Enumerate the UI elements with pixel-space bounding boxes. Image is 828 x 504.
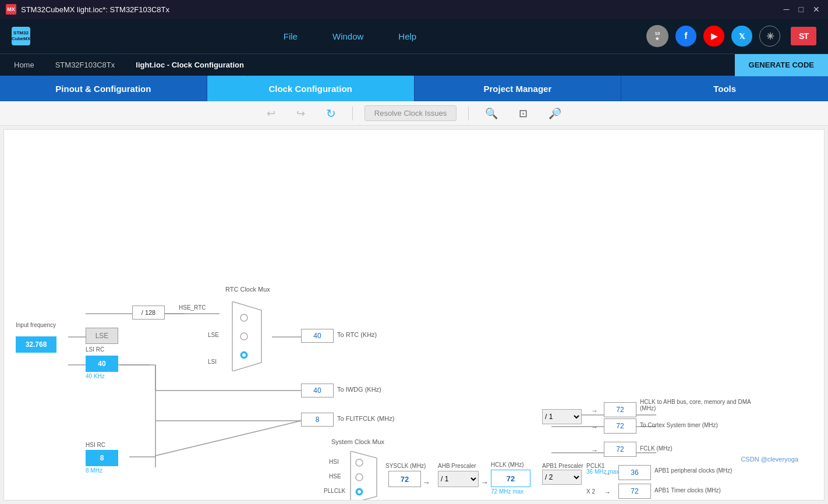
input-freq-label-1: Input frequency 32.768 0-1000 KHz — [16, 322, 56, 352]
undo-button[interactable]: ↩ — [262, 105, 280, 122]
hclk-ahb-label: HCLK to AHB bus, core, memory and DMA (M… — [640, 399, 768, 411]
tab-pinout[interactable]: Pinout & Configuration — [0, 76, 207, 101]
sysclk-val[interactable]: 72 — [388, 471, 421, 487]
sys-mux-shape — [348, 451, 380, 501]
sys-clock-mux-label: System Clock Mux — [331, 438, 384, 445]
diagram-svg — [4, 130, 808, 467]
lse-box[interactable]: LSE — [86, 328, 118, 344]
fclk-label: FCLK (MHz) — [640, 445, 673, 452]
youtube-icon[interactable]: ▶ — [703, 26, 724, 47]
hclk-label: HCLK (MHz) — [491, 462, 524, 468]
apb1-timer-val[interactable]: 72 — [618, 484, 651, 499]
menu-help[interactable]: Help — [398, 31, 416, 41]
arrow-sysclk: → — [422, 478, 430, 487]
arrow-fclk: → — [591, 446, 598, 455]
tab-project[interactable]: Project Manager — [415, 76, 622, 101]
svg-point-39 — [242, 353, 246, 357]
arrow-apb1-timer: → — [604, 488, 611, 496]
input-freq-value-1[interactable]: 32.768 — [16, 336, 56, 353]
svg-marker-40 — [351, 451, 377, 501]
social-icons: 10★ f ▶ 𝕏 ✳ ST — [646, 25, 816, 47]
minimize-button[interactable]: ─ — [781, 5, 792, 14]
hse-sys-mux-label: HSE — [329, 473, 341, 480]
refresh-button[interactable]: ↻ — [321, 104, 341, 123]
div1-select[interactable]: / 1 — [542, 409, 582, 424]
cortex-timer-val[interactable]: 72 — [604, 418, 636, 434]
lse-mux-label: LSE — [208, 332, 219, 338]
hclk-ahb-val[interactable]: 72 — [604, 402, 636, 417]
iwdg-val[interactable]: 40 — [301, 384, 334, 397]
toolbar-separator — [352, 107, 353, 120]
cortex-timer-label: To Cortex System timer (MHz) — [640, 422, 718, 428]
arrow-apb1-peri: → — [604, 470, 611, 478]
tab-tools[interactable]: Tools — [621, 76, 828, 101]
menubar: STM32 CubeMX File Window Help 10★ f ▶ 𝕏 … — [0, 19, 828, 54]
pllclk-sys-mux-label: PLLCLK — [324, 488, 345, 494]
arrow-cortex: → — [591, 423, 598, 431]
ahb-prescaler-label: AHB Prescaler — [438, 463, 476, 469]
hsi-mhz: 8 MHz — [86, 467, 102, 474]
sysclk-label: SYSCLK (MHz) — [385, 463, 426, 469]
svg-point-44 — [358, 490, 361, 494]
twitter-icon[interactable]: 𝕏 — [731, 26, 752, 47]
rtc-to-label: To RTC (KHz) — [337, 331, 377, 338]
zoom-in-button[interactable]: 🔍 — [480, 105, 503, 122]
window-controls[interactable]: ─ □ ✕ — [781, 5, 822, 14]
flitfclk-to-label: To FLITFCLK (MHz) — [337, 415, 394, 422]
diagram-container: Input frequency 32.768 0-1000 KHz LSE LS… — [4, 130, 808, 467]
zoom-out-button[interactable]: 🔎 — [544, 105, 566, 122]
pclk1-max: 36 MHz max — [586, 468, 619, 475]
generate-code-button[interactable]: GENERATE CODE — [735, 54, 828, 76]
apb1-x2-label: X 2 — [586, 488, 595, 495]
titlebar: MX STM32CubeMX light.ioc*: STM32F103C8Tx… — [0, 0, 828, 19]
breadcrumb: Home STM32F103C8Tx light.ioc - Clock Con… — [0, 54, 828, 76]
apb1-prescaler-select[interactable]: / 2 — [542, 470, 582, 485]
hsi-sys-mux-label: HSI — [329, 459, 339, 465]
flitfclk-val[interactable]: 8 — [301, 413, 334, 427]
lsi-rc-label: LSI RC — [86, 346, 104, 353]
logo-area: STM32 CubeMX — [12, 27, 30, 45]
st-logo: ST — [791, 27, 816, 45]
lsi-value[interactable]: 40 — [86, 356, 118, 372]
hsi-value[interactable]: 8 — [86, 450, 118, 466]
award-icon[interactable]: 10★ — [646, 25, 668, 47]
arrow-ahb: → — [480, 478, 489, 487]
menu-window[interactable]: Window — [332, 31, 363, 41]
menu-items: File Window Help — [54, 31, 646, 41]
toolbar: ↩ ↪ ↻ Resolve Clock Issues 🔍 ⊡ 🔎 — [0, 101, 828, 126]
hse-div128[interactable]: / 128 — [132, 306, 165, 320]
resolve-clock-button[interactable]: Resolve Clock Issues — [365, 105, 457, 121]
main-tabs: Pinout & Configuration Clock Configurati… — [0, 76, 828, 101]
ahb-prescaler-select[interactable]: / 1 — [438, 471, 479, 487]
rtc-val[interactable]: 40 — [301, 329, 334, 343]
tab-clock[interactable]: Clock Configuration — [207, 76, 415, 101]
apb1-prescaler-label: APB1 Prescaler — [542, 463, 583, 469]
app-logo: STM32 CubeMX — [12, 27, 30, 45]
svg-line-9 — [155, 421, 301, 456]
hclk-max: 72 MHz max — [491, 488, 523, 495]
hclk-val[interactable]: 72 — [491, 470, 530, 487]
network-icon[interactable]: ✳ — [759, 26, 780, 47]
window-title: STM32CubeMX light.ioc*: STM32F103C8Tx — [21, 5, 169, 14]
fclk-val[interactable]: 72 — [604, 442, 636, 457]
svg-point-42 — [356, 474, 363, 481]
fit-button[interactable]: ⊡ — [514, 105, 532, 122]
diagram-area[interactable]: Input frequency 32.768 0-1000 KHz LSE LS… — [3, 129, 825, 501]
lsi-mux-label: LSI — [208, 359, 217, 365]
facebook-icon[interactable]: f — [675, 26, 696, 47]
lsi-khz: 40 KHz — [86, 373, 105, 379]
close-button[interactable]: ✕ — [811, 5, 822, 14]
svg-point-36 — [240, 314, 247, 321]
breadcrumb-chip[interactable]: STM32F103C8Tx — [44, 54, 125, 76]
breadcrumb-home[interactable]: Home — [9, 54, 44, 76]
content-area: Input frequency 32.768 0-1000 KHz LSE LS… — [0, 126, 828, 504]
svg-point-41 — [356, 459, 363, 466]
maximize-button[interactable]: □ — [797, 5, 806, 14]
apb1-peri-label: APB1 peripheral clocks (MHz) — [654, 467, 732, 474]
menu-file[interactable]: File — [284, 31, 298, 41]
apb1-timer-label: APB1 Timer clocks (MHz) — [654, 487, 721, 494]
rtc-mux-shape — [227, 301, 267, 371]
breadcrumb-config[interactable]: light.ioc - Clock Configuration — [124, 54, 253, 76]
redo-button[interactable]: ↪ — [292, 105, 310, 122]
apb1-peri-val[interactable]: 36 — [618, 465, 651, 480]
